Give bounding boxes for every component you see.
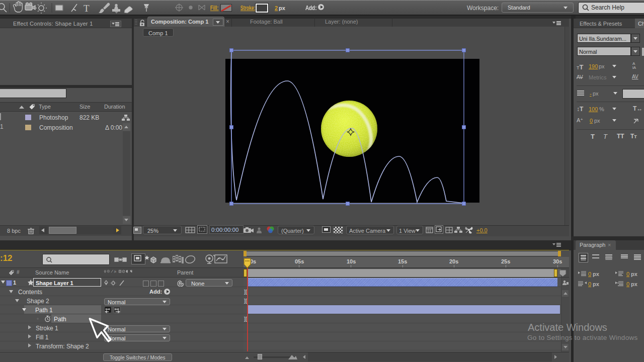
svg-text:fx: fx bbox=[114, 270, 117, 273]
